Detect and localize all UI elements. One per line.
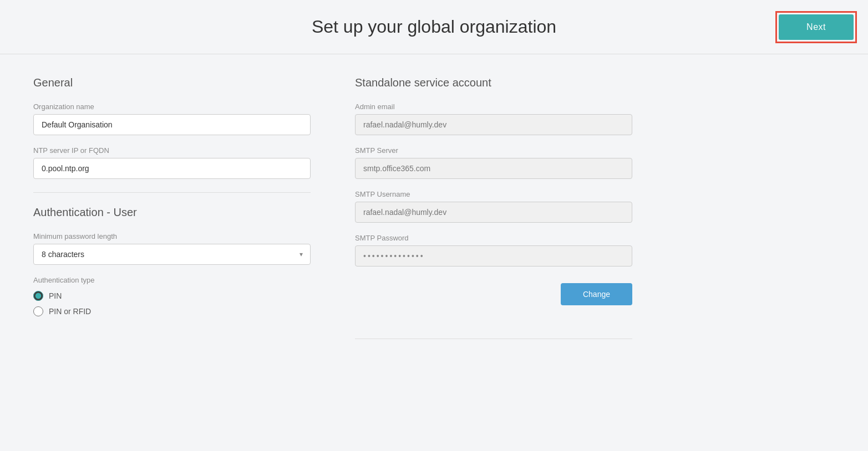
min-password-group: Minimum password length 4 characters 6 c…: [33, 232, 311, 265]
left-panel: General Organization name NTP server IP …: [33, 76, 311, 352]
next-button-highlight: Next: [775, 11, 857, 43]
smtp-password-group: SMTP Password: [355, 234, 632, 266]
min-password-select-wrapper: 4 characters 6 characters 8 characters 1…: [33, 244, 311, 265]
min-password-label: Minimum password length: [33, 232, 311, 240]
standalone-section-title: Standalone service account: [355, 76, 632, 89]
standalone-section: Standalone service account Admin email S…: [355, 76, 632, 339]
smtp-server-label: SMTP Server: [355, 146, 632, 155]
right-panel: Standalone service account Admin email S…: [355, 76, 632, 352]
org-name-label: Organization name: [33, 102, 311, 111]
general-section-title: General: [33, 76, 311, 89]
auth-type-label: Authentication type: [33, 276, 311, 284]
smtp-username-label: SMTP Username: [355, 190, 632, 198]
org-name-group: Organization name: [33, 102, 311, 135]
admin-email-input[interactable]: [355, 114, 632, 135]
smtp-password-input[interactable]: [355, 245, 632, 266]
header: Set up your global organization Next: [0, 0, 868, 54]
next-button[interactable]: Next: [779, 14, 854, 40]
auth-section-title: Authentication - User: [33, 206, 311, 219]
ntp-input[interactable]: [33, 158, 311, 179]
section-divider: [33, 192, 311, 193]
page-title: Set up your global organization: [312, 17, 556, 37]
pin-radio[interactable]: [33, 291, 43, 301]
main-content: General Organization name NTP server IP …: [0, 54, 868, 375]
change-button[interactable]: Change: [561, 283, 632, 305]
smtp-username-group: SMTP Username: [355, 190, 632, 223]
auth-type-section: Authentication type PIN PIN or RFID: [33, 276, 311, 316]
smtp-server-group: SMTP Server: [355, 146, 632, 179]
smtp-username-input[interactable]: [355, 202, 632, 223]
ntp-group: NTP server IP or FQDN: [33, 146, 311, 179]
radio-item-pin: PIN: [33, 291, 311, 301]
min-password-select[interactable]: 4 characters 6 characters 8 characters 1…: [33, 244, 311, 265]
smtp-password-label: SMTP Password: [355, 234, 632, 242]
admin-email-label: Admin email: [355, 102, 632, 111]
pin-radio-label: PIN: [49, 291, 62, 300]
bottom-divider: [355, 339, 632, 339]
smtp-server-input[interactable]: [355, 158, 632, 179]
org-name-input[interactable]: [33, 114, 311, 135]
pin-rfid-radio[interactable]: [33, 306, 43, 316]
change-button-container: Change: [355, 278, 632, 305]
admin-email-group: Admin email: [355, 102, 632, 135]
ntp-label: NTP server IP or FQDN: [33, 146, 311, 155]
pin-rfid-radio-label: PIN or RFID: [49, 307, 91, 316]
radio-item-pin-rfid: PIN or RFID: [33, 306, 311, 316]
